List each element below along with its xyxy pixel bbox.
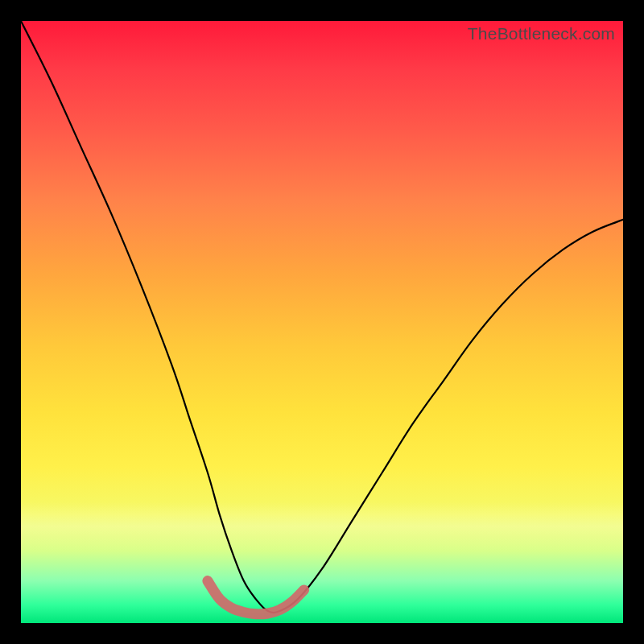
bottleneck-curve-svg	[21, 21, 623, 623]
chart-frame: TheBottleneck.com	[0, 0, 644, 644]
optimal-region-path	[208, 581, 304, 614]
chart-plot-area: TheBottleneck.com	[21, 21, 623, 623]
bottleneck-curve-path	[21, 21, 623, 613]
curve-group	[21, 21, 623, 614]
